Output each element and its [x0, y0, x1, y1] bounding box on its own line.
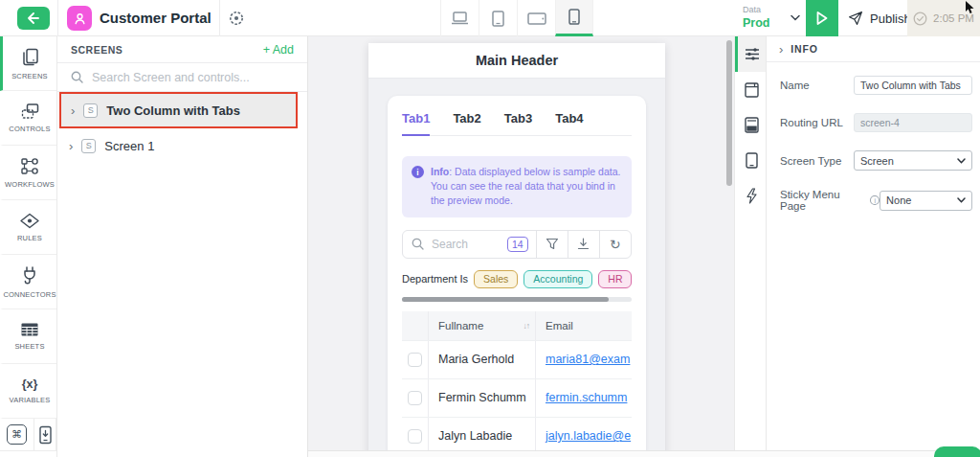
fullname-cell: Jalyn Labadie [438, 429, 512, 443]
app-title: Customer Portal [100, 0, 212, 36]
preview-main-header[interactable]: Main Header [368, 43, 665, 79]
add-screen-button[interactable]: + Add [263, 43, 294, 57]
mouse-cursor-icon [965, 1, 975, 14]
fullname-header-cell[interactable]: Fullname ↓↑ [429, 311, 536, 340]
sidebar-item-rules[interactable]: RULES [0, 200, 56, 255]
chevron-right-icon[interactable]: › [69, 140, 73, 152]
info-alert-body: : Data displayed below is sample data. Y… [431, 166, 620, 206]
paper-plane-icon [848, 11, 863, 26]
chip-accounting[interactable]: Accounting [523, 270, 592, 288]
back-button[interactable] [17, 7, 50, 30]
shortcuts-button[interactable]: ⌘ [0, 419, 34, 451]
sticky-menu-select[interactable]: None [880, 191, 972, 211]
screen-item-label: Screen 1 [104, 139, 154, 153]
email-link[interactable]: fermin.schumm [546, 391, 627, 404]
table-row: Fermin Schumm fermin.schumm [402, 378, 632, 417]
chevron-down-icon [957, 158, 966, 164]
screen-type-field-row: Screen Type Screen [780, 150, 972, 171]
keyboard-screen-icon [745, 117, 759, 133]
install-app-button[interactable] [34, 419, 56, 451]
mobile-preview-frame: Main Header Tab1 Tab2 Tab3 Tab4 i Info: … [368, 43, 665, 457]
sidebar-item-label: VARIABLES [10, 396, 51, 404]
command-icon: ⌘ [7, 424, 27, 445]
email-link[interactable]: jalyn.labadie@e [546, 429, 631, 443]
device-landscape-button[interactable] [517, 0, 555, 36]
desktop-icon [451, 11, 469, 25]
sidebar-item-label: CONNECTORS [3, 290, 56, 299]
tab-screen-window[interactable] [735, 72, 766, 107]
tablet-icon [492, 11, 504, 27]
inspector-title: INFO [791, 43, 817, 55]
info-icon: i [412, 166, 424, 178]
sidebar-item-label: WORKFLOWS [5, 180, 55, 189]
download-button[interactable] [568, 231, 599, 258]
preview-play-button[interactable] [806, 0, 838, 36]
refresh-button[interactable]: ↻ [599, 231, 631, 258]
download-icon [577, 238, 590, 250]
email-header-label: Email [546, 320, 573, 331]
variables-icon: {x} [22, 377, 38, 391]
tab-properties[interactable] [735, 36, 766, 72]
chevron-right-icon[interactable]: › [71, 104, 75, 117]
tab-actions[interactable] [735, 178, 766, 214]
horizontal-scrollbar-thumb[interactable] [402, 297, 609, 302]
tab-2[interactable]: Tab2 [453, 111, 480, 136]
chip-hr[interactable]: HR [598, 270, 632, 288]
row-checkbox[interactable] [408, 353, 422, 367]
sidebar-item-connectors[interactable]: CONNECTORS [0, 255, 56, 309]
horizontal-scrollbar [402, 297, 632, 302]
filter-button[interactable] [536, 231, 568, 258]
publish-button[interactable]: Publish [848, 0, 911, 36]
env-value: Prod [743, 16, 769, 30]
routing-url-input [854, 113, 972, 132]
screen-item-label: Two Column with Tabs [106, 103, 240, 118]
table-header-row: Fullname ↓↑ Email [402, 311, 632, 340]
device-mobile-button[interactable] [555, 0, 593, 36]
row-checkbox[interactable] [408, 391, 422, 405]
email-header-cell[interactable]: Email [536, 320, 632, 331]
info-alert-text: Info: Data displayed below is sample dat… [431, 165, 621, 209]
tab-1[interactable]: Tab1 [402, 111, 430, 136]
device-desktop-button[interactable] [440, 0, 479, 36]
sidebar-item-screens[interactable]: SCREENS [0, 36, 56, 91]
sidebar-item-variables[interactable]: {x} VARIABLES [0, 364, 56, 419]
screen-type-value: Screen [860, 155, 894, 167]
inspector-header[interactable]: › INFO [767, 36, 980, 62]
screens-icon [20, 47, 40, 67]
mobile-download-icon [38, 425, 53, 445]
tab-bar: Tab1 Tab2 Tab3 Tab4 [402, 111, 632, 136]
screens-search-input[interactable] [92, 71, 283, 84]
device-tablet-button[interactable] [479, 0, 517, 36]
sliders-icon [745, 47, 760, 61]
sidebar-item-sheets[interactable]: SHEETS [0, 309, 56, 364]
sidebar-item-workflows[interactable]: WORKFLOWS [0, 146, 56, 200]
info-tooltip-icon[interactable]: i [870, 195, 880, 205]
window-icon [745, 82, 759, 98]
tab-4[interactable]: Tab4 [555, 111, 583, 136]
chip-sales[interactable]: Sales [474, 270, 518, 288]
data-environment-dropdown[interactable]: Data Prod [743, 5, 769, 31]
name-input[interactable] [854, 76, 972, 95]
chevron-down-icon[interactable] [791, 14, 800, 21]
row-checkbox[interactable] [408, 429, 422, 444]
table-search [403, 231, 507, 258]
inspector-tab-strip [734, 36, 766, 457]
sidebar-item-controls[interactable]: CONTROLS [0, 91, 56, 146]
sort-icon[interactable]: ↓↑ [523, 321, 530, 331]
screen-type-select[interactable]: Screen [854, 150, 972, 171]
search-icon [71, 71, 83, 83]
select-all-column [402, 311, 429, 340]
tab-mobile[interactable] [735, 143, 766, 178]
top-bar: Customer Portal Data Prod Publish 2:05 P… [0, 0, 980, 36]
name-field-row: Name [780, 76, 972, 95]
canvas-vertical-scrollbar[interactable] [726, 40, 732, 186]
help-fab-button[interactable] [934, 446, 980, 457]
table-search-input[interactable] [432, 238, 499, 251]
tab-3[interactable]: Tab3 [504, 111, 532, 136]
app-settings-gear-icon[interactable] [228, 10, 245, 27]
tab-screen-keyboard[interactable] [735, 107, 766, 143]
email-link[interactable]: maria81@exam [546, 353, 630, 366]
screen-list-item-screen-1[interactable]: › S Screen 1 [57, 128, 307, 163]
screen-list-item-two-column-with-tabs[interactable]: › S Two Column with Tabs [59, 92, 298, 128]
screen-badge: S [83, 103, 98, 118]
